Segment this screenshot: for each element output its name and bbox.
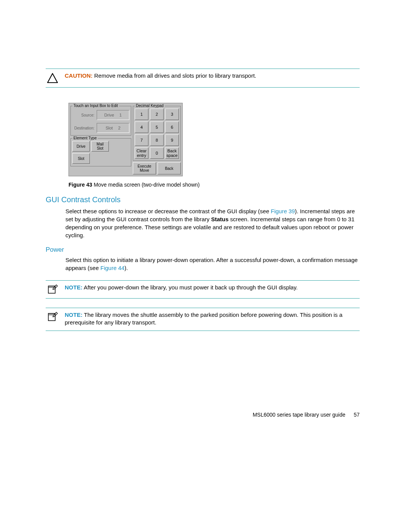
keypad-0[interactable]: 0 [150,147,164,159]
element-mailslot-button[interactable]: Mail Slot [91,141,109,152]
svg-point-5 [53,286,53,287]
svg-point-3 [50,286,51,287]
destination-num: 2 [118,126,120,130]
input-box-fieldset: Touch an Input Box to Edit Source: Drive… [70,106,131,136]
note2-bottom-rule [46,331,360,331]
figure-43-caption: Figure 43 Move media screen (two-drive m… [68,182,360,188]
keypad-3[interactable]: 3 [165,109,179,120]
keypad-7[interactable]: 7 [135,134,148,146]
keypad-9[interactable]: 9 [165,134,179,146]
svg-point-11 [51,314,52,315]
keypad-8[interactable]: 8 [150,134,164,146]
power-paragraph: Select this option to initiate a library… [65,256,360,272]
keypad-clear-entry[interactable]: Clear entry [135,147,148,159]
element-drive-button[interactable]: Drive [72,141,90,152]
svg-point-9 [49,314,50,315]
execute-move-button[interactable]: Execute Move [133,162,156,174]
keypad-fieldset: Decimal Keypad 1 2 3 4 5 6 7 8 9 Clear e… [133,106,181,161]
move-media-panel: Touch an Input Box to Edit Source: Drive… [68,103,183,176]
note1-text: After you power-down the library, you mu… [84,284,298,291]
figure-43-wrap: Touch an Input Box to Edit Source: Drive… [68,103,360,188]
caution-text: Remove media from all drives and slots p… [94,72,256,79]
power-heading: Power [46,246,360,254]
note2-text: The library moves the shuttle assembly t… [65,312,342,326]
svg-point-10 [50,314,51,315]
status-word: Status [211,216,229,222]
element-slot-button[interactable]: Slot [72,153,90,164]
caution-label: CAUTION: [65,72,92,79]
svg-point-4 [51,286,52,287]
note1-label: NOTE: [65,284,83,291]
keypad-legend: Decimal Keypad [135,104,165,108]
source-label: Source: [72,113,94,117]
note2-callout: NOTE: The library moves the shuttle asse… [46,308,360,331]
element-type-legend: Element Type [72,136,98,140]
link-figure-44[interactable]: Figure 44 [100,265,124,271]
keypad-4[interactable]: 4 [135,121,148,133]
figure-43-text: Move media screen (two-drive model shown… [94,182,200,188]
svg-point-12 [53,314,53,315]
svg-point-2 [49,286,50,287]
destination-type: Slot [105,126,113,130]
link-figure-39[interactable]: Figure 39 [271,208,295,214]
caution-bottom-rule [46,87,360,88]
keypad-backspace[interactable]: Back space [165,147,179,159]
note-icon [47,284,58,294]
page-footer: MSL6000 series tape library user guide 5… [253,412,360,418]
footer-title: MSL6000 series tape library user guide [253,412,346,418]
caution-icon [47,73,58,83]
gui-contrast-heading: GUI Contrast Controls [46,195,360,204]
note2-label: NOTE: [65,312,83,318]
gui-p1a: Select these options to increase or decr… [65,208,271,214]
element-type-fieldset: Element Type Drive Mail Slot Slot [70,138,131,166]
source-type: Drive [104,113,114,117]
keypad-1[interactable]: 1 [135,109,148,120]
source-num: 1 [119,113,122,117]
keypad-5[interactable]: 5 [150,121,164,133]
page-number: 57 [354,412,360,418]
note1-callout: NOTE: After you power-down the library, … [46,281,360,298]
note-icon [47,312,58,322]
destination-label: Destination: [72,126,94,130]
input-box-legend: Touch an Input Box to Edit [72,104,119,108]
source-input[interactable]: Drive 1 [97,110,129,120]
gui-contrast-paragraph: Select these options to increase or decr… [65,207,360,239]
keypad-2[interactable]: 2 [150,109,164,120]
caution-callout: CAUTION: Remove media from all drives an… [46,69,360,87]
destination-input[interactable]: Slot 2 [97,123,129,133]
power-p1b: ). [124,265,128,271]
back-button[interactable]: Back [158,162,181,174]
keypad-6[interactable]: 6 [165,121,179,133]
figure-43-label: Figure 43 [68,182,92,188]
